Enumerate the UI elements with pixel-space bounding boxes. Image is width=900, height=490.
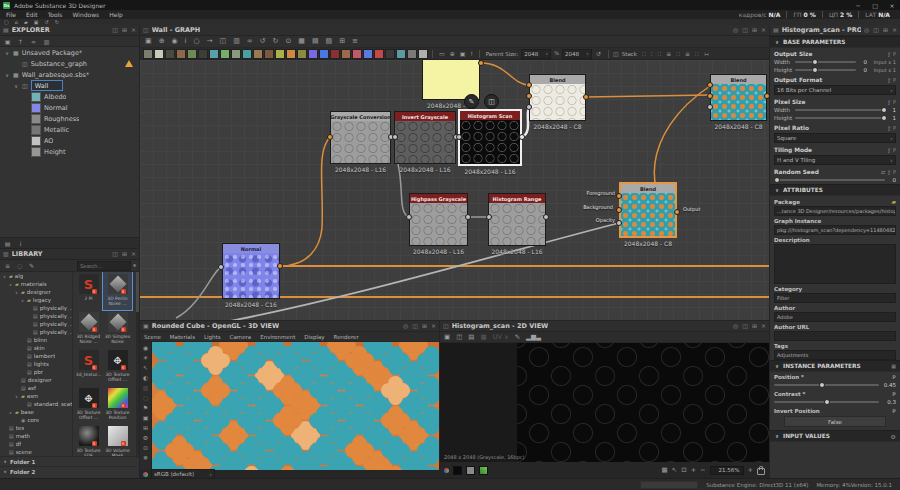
graph-tab-title[interactable]: Wall - GRAPH [152, 26, 201, 34]
output-format-select[interactable]: 16 Bits per Channel∨ [774, 85, 896, 95]
close-icon[interactable]: × [131, 251, 136, 257]
nodes-icon[interactable]: ◫ [220, 38, 227, 45]
section-attributes[interactable]: ∨ATTRIBUTES [770, 184, 900, 196]
node-highpass-grayscale[interactable]: Highpass Grayscale [409, 193, 468, 246]
image-icon[interactable]: ▣ [143, 415, 149, 421]
columns-icon[interactable]: ▥ [43, 38, 50, 45]
save-icon[interactable]: ▣ [4, 38, 11, 45]
grid-icon[interactable]: ▥ [233, 38, 240, 45]
maximize-button[interactable]: □ [867, 0, 883, 10]
library-asset-1[interactable]: S3D Perlin Noise ... [103, 272, 132, 310]
close-icon[interactable]: × [431, 323, 436, 329]
close-icon[interactable]: × [761, 323, 766, 329]
folder-icon[interactable]: ▰ [891, 198, 896, 205]
align-4-icon[interactable]: ≡ [666, 51, 671, 57]
zoom-out-icon[interactable]: − [700, 467, 705, 474]
edit-parameters-button[interactable]: ✎ [464, 94, 479, 109]
comment-icon[interactable]: ▭ [439, 51, 445, 57]
palette-node-13[interactable] [286, 49, 296, 59]
node-blend-top[interactable]: Blend [529, 74, 586, 121]
node-port[interactable] [674, 209, 680, 215]
node-port[interactable] [327, 134, 333, 140]
node-port[interactable] [456, 134, 462, 140]
gear-icon[interactable]: ⚙ [891, 433, 896, 440]
node-port[interactable] [707, 82, 713, 88]
palette-node-23[interactable] [396, 49, 406, 59]
palette-node-9[interactable] [242, 49, 252, 59]
environment-icon[interactable]: ◐ [143, 375, 148, 381]
pan-icon[interactable]: + [691, 467, 696, 474]
link-ratio-icon[interactable]: % [554, 51, 559, 56]
palette-node-19[interactable] [352, 49, 362, 59]
undock-icon[interactable]: ◫ [112, 27, 118, 33]
fit-icon[interactable]: ⊡ [681, 467, 686, 474]
target-icon[interactable]: ⊙ [143, 445, 148, 451]
package-field[interactable]: ...tance 3D Designer/resources/packages/… [774, 206, 896, 216]
palette-node-10[interactable] [253, 49, 263, 59]
library-item-asm[interactable]: ∨▰asm [0, 392, 72, 400]
palette-node-17[interactable] [330, 49, 340, 59]
maximize-icon[interactable]: ⊞ [752, 27, 757, 33]
pattern-icon[interactable]: ▧ [326, 38, 333, 45]
library-asset-9[interactable]: S3D Volume Mask [103, 424, 132, 458]
light-icon[interactable]: ☀ [143, 355, 148, 361]
node-blend-right[interactable]: Blend [710, 74, 767, 121]
node-port[interactable] [465, 214, 471, 220]
palette-node-1[interactable] [154, 49, 164, 59]
channels-icon[interactable] [444, 468, 449, 473]
align-1-icon[interactable]: ∷ [642, 51, 646, 57]
gear-icon[interactable]: ⚙ [143, 435, 148, 441]
maximize-icon[interactable]: ⊞ [422, 323, 427, 329]
node-normal[interactable]: Normal [222, 243, 280, 299]
search-icon[interactable]: ○ [194, 38, 200, 45]
library-item-lambert[interactable]: ▤lambert [0, 352, 72, 360]
undock-icon[interactable]: ◫ [742, 323, 748, 329]
view3d-menu-display[interactable]: Display [304, 334, 324, 340]
tags-field[interactable]: Adjustments [774, 350, 896, 360]
position-slider[interactable] [774, 384, 879, 386]
library-asset-4[interactable]: SS3d_textur... [74, 348, 103, 386]
properties-title[interactable]: Histogram_scan - PROPERTIES [782, 26, 861, 34]
node-port[interactable] [616, 193, 622, 199]
maximize-icon[interactable]: ⊞ [883, 27, 888, 33]
node-grayscale-conversion[interactable]: Grayscale Conversion [330, 111, 391, 164]
preset-icon[interactable]: P [893, 51, 896, 57]
library-item-pbr[interactable]: ▤pbr [0, 368, 72, 376]
close-icon[interactable]: × [892, 27, 897, 33]
view3d-menu-materials[interactable]: Materials [170, 334, 195, 340]
uv-icon[interactable]: UV ∨ [493, 334, 509, 341]
library-item-math[interactable]: ▤math [0, 432, 72, 440]
frame-icon[interactable]: ▣ [460, 51, 466, 57]
menu-icon[interactable]: ≡ [352, 38, 358, 45]
pen-icon[interactable]: ✎ [515, 334, 520, 341]
filter-funnel-icon[interactable]: ▼ [133, 264, 136, 268]
view2d-canvas[interactable]: 2048 x 2048 (Grayscale, 16bpc) [440, 343, 769, 463]
minimize-button[interactable]: ─ [850, 0, 866, 10]
description-field[interactable] [774, 244, 896, 284]
library-scrollbar[interactable] [136, 272, 139, 458]
pin-icon[interactable]: ◎ [733, 323, 738, 329]
parent-size-height-select[interactable]: 2048∨ [562, 49, 592, 59]
library-item-alg[interactable]: ∨▰alg [0, 272, 72, 280]
palette-node-5[interactable] [198, 49, 208, 59]
palette-node-18[interactable] [341, 49, 351, 59]
view3d-menu-camera[interactable]: Camera [230, 334, 252, 340]
node-port[interactable] [764, 93, 769, 99]
tree-item-wall-arabesque-sbs-[interactable]: ∨▦Wall_arabesque.sbs* [0, 69, 139, 80]
zoom-in-icon[interactable]: + [748, 467, 753, 474]
node-port[interactable] [526, 104, 532, 110]
library-item-physically-[interactable]: ▤physically_... [0, 320, 72, 328]
alert-icon[interactable]: ! [470, 51, 472, 57]
view3d-title[interactable]: Rounded Cube - OpenGL - 3D VIEW [152, 322, 280, 330]
info-icon[interactable]: i [17, 240, 24, 247]
palette-node-4[interactable] [187, 49, 197, 59]
palette-node-25[interactable] [418, 49, 428, 59]
align-3-icon[interactable]: ∷ [657, 51, 661, 57]
undock-icon[interactable]: ◫ [412, 323, 418, 329]
output-size-width-slider[interactable] [795, 61, 856, 63]
save-icon[interactable]: ▣ [444, 334, 450, 341]
node-port[interactable] [218, 264, 224, 270]
contrast-slider[interactable] [774, 401, 879, 403]
add-node-icon[interactable]: ⊕ [159, 38, 165, 45]
flag-icon[interactable]: ⚑ [143, 405, 148, 411]
